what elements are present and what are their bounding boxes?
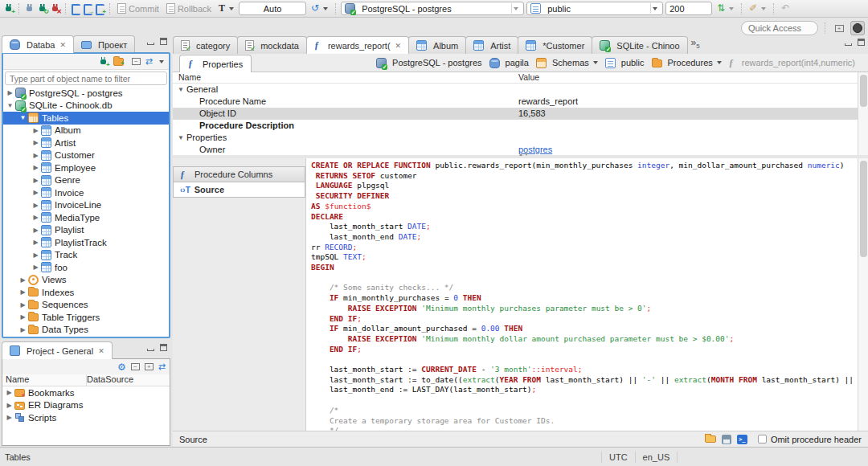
expander-icon[interactable]: ▶	[32, 139, 39, 146]
statusbar-locale[interactable]: en_US	[636, 452, 678, 463]
project-item-scripts[interactable]: ▶Scripts	[2, 411, 170, 424]
expander-icon[interactable]: ▶	[19, 313, 27, 321]
expander-icon[interactable]: ▶	[32, 164, 39, 171]
breadcrumb-item-postgresql-postgres[interactable]: PostgreSQL - postgres	[376, 58, 481, 68]
expander-icon[interactable]: ▶	[32, 177, 39, 184]
column-header-name[interactable]: Name	[2, 374, 87, 386]
expander-icon[interactable]: ▶	[32, 239, 39, 246]
close-icon[interactable]: ✕	[98, 347, 104, 355]
tree-item-genre[interactable]: ▶Genre	[3, 174, 169, 187]
property-row-general[interactable]: ▼General	[173, 84, 858, 96]
tree-item-playlisttrack[interactable]: ▶PlaylistTrack	[3, 236, 169, 249]
expander-icon[interactable]: ▶	[19, 301, 27, 309]
link-editor-icon[interactable]: ⇄	[158, 362, 166, 372]
tab-database-navigator[interactable]: Databa✕	[2, 35, 74, 53]
chevron-down-icon[interactable]	[717, 61, 722, 64]
expander-icon[interactable]: ▶	[32, 214, 39, 221]
tab-overflow-indicator[interactable]: »5	[691, 37, 700, 50]
minimize-icon[interactable]	[147, 43, 154, 45]
minimize-icon[interactable]	[845, 43, 852, 46]
checkbox-icon[interactable]	[758, 435, 767, 444]
open-in-console-icon[interactable]: >_	[737, 435, 747, 444]
collapse-all-icon[interactable]: −	[131, 363, 140, 370]
property-row-owner[interactable]: Ownerpostgres	[173, 143, 858, 155]
connect-plus-icon[interactable]: +	[3, 3, 14, 14]
project-item-bookmarks[interactable]: ▶Bookmarks	[2, 386, 170, 399]
tree-item-album[interactable]: ▶Album	[3, 125, 169, 137]
sync-connection-button[interactable]: ⇅	[714, 2, 736, 14]
tree-item-tables[interactable]: ▼Tables	[3, 112, 169, 125]
side-tab-procedure-columns[interactable]: Procedure Columns	[173, 166, 305, 182]
editor-tab-album[interactable]: Album	[408, 36, 466, 54]
save-to-file-icon[interactable]	[722, 435, 731, 444]
properties-scrollbar[interactable]	[858, 72, 868, 155]
editor-tab-artist[interactable]: Artist	[465, 36, 518, 54]
tree-item-data-types[interactable]: ▶Data Types	[3, 324, 169, 337]
new-folder-icon[interactable]: +	[113, 58, 124, 66]
breadcrumb-item-rewards-report-int4-numeric-[interactable]: rewards_report(int4,numeric)	[729, 58, 855, 68]
tree-item-artist[interactable]: ▶Artist	[3, 137, 169, 149]
property-row-procedure-name[interactable]: Procedure Namerewards_report	[173, 96, 858, 108]
recent-sql-editor-icon[interactable]: +	[95, 3, 104, 14]
connection-combo[interactable]: PostgreSQL - postgres	[341, 2, 524, 15]
statusbar-timezone[interactable]: UTC	[601, 452, 636, 463]
column-header-value[interactable]: Value	[518, 72, 539, 83]
side-tab-source[interactable]: ‹›TSource	[173, 182, 305, 198]
expander-icon[interactable]: ▼	[178, 134, 185, 141]
editor-tab-mockdata[interactable]: mockdata	[237, 36, 307, 54]
expander-icon[interactable]: ▶	[32, 251, 39, 259]
tree-item-invoiceline[interactable]: ▶InvoiceLine	[3, 199, 169, 212]
tree-item-views[interactable]: ▶Views	[3, 274, 169, 287]
source-scrollbar[interactable]	[858, 158, 868, 431]
expander-icon[interactable]: ▶	[6, 389, 13, 396]
connect-plus-icon[interactable]: +	[98, 56, 108, 67]
undo-button[interactable]: ↶	[779, 2, 792, 14]
maximize-icon[interactable]	[160, 38, 167, 45]
tree-item-indexes[interactable]: ▶Indexes	[3, 286, 169, 299]
collapse-all-icon[interactable]: −	[132, 58, 141, 65]
tree-item-table-triggers[interactable]: ▶Table Triggers	[3, 311, 169, 324]
chevron-down-icon[interactable]	[593, 61, 598, 64]
expander-icon[interactable]: ▼	[178, 86, 185, 93]
disconnect-icon[interactable]: ✕	[50, 3, 60, 14]
expander-icon[interactable]: ▶	[32, 152, 39, 159]
breadcrumb-item-public[interactable]: public	[605, 58, 645, 68]
breadcrumb-item-pagila[interactable]: pagila	[489, 58, 529, 68]
minimize-icon[interactable]	[147, 349, 154, 351]
omit-header-checkbox[interactable]: Omit procedure header	[758, 435, 862, 444]
property-row-object-id[interactable]: Object ID16,583	[173, 108, 858, 120]
eraser-button[interactable]: ✐	[747, 2, 768, 14]
expander-icon[interactable]: ▶	[32, 227, 39, 234]
maximize-icon[interactable]	[858, 39, 865, 46]
editor-tab-sqlite-chinoo[interactable]: SQLite - Chinoo	[592, 36, 687, 54]
tab-project-navigator[interactable]: Проект	[73, 35, 135, 53]
fetch-size-input[interactable]: 200	[665, 2, 712, 15]
expand-all-icon[interactable]: +	[145, 363, 154, 370]
schema-combo[interactable]: public	[526, 2, 663, 15]
maximize-icon[interactable]	[160, 344, 167, 351]
connect-icon[interactable]	[24, 3, 35, 14]
expander-icon[interactable]: ▼	[6, 102, 14, 109]
close-icon[interactable]: ✕	[395, 42, 402, 50]
property-row-procedure-description[interactable]: Procedure Description	[173, 120, 858, 132]
tab-properties[interactable]: Properties	[179, 55, 252, 72]
link-editor-icon[interactable]: ⇄	[145, 56, 153, 67]
transaction-log-button[interactable]: T	[216, 2, 236, 15]
editor-tab-category[interactable]: category	[173, 36, 238, 54]
expander-icon[interactable]: ▶	[19, 288, 27, 296]
breadcrumb-item-schemas[interactable]: Schemas	[536, 58, 598, 68]
tree-item-postgresql-postgres[interactable]: ▶PostgreSQL - postgres	[3, 87, 169, 100]
tree-item-invoice[interactable]: ▶Invoice	[3, 186, 169, 199]
tree-item-sequences[interactable]: ▶Sequences	[3, 299, 169, 312]
combo-dropdown-icon[interactable]	[511, 3, 520, 14]
tree-item-employee[interactable]: ▶Employee	[3, 161, 169, 174]
property-row-properties[interactable]: ▼Properties	[173, 132, 858, 144]
column-header-name[interactable]: Name	[173, 72, 518, 83]
splitter-handle-icon[interactable]: ▲▼	[518, 152, 530, 157]
editor-tab--customer[interactable]: *Customer	[518, 36, 592, 54]
tx-mode-combo[interactable]: Auto	[239, 2, 306, 15]
editor-tab-rewards-report-[interactable]: rewards_report(✕	[306, 36, 409, 54]
expander-icon[interactable]: ▶	[32, 189, 39, 196]
close-icon[interactable]: ✕	[59, 41, 66, 49]
property-value[interactable]: postgres	[518, 145, 858, 154]
